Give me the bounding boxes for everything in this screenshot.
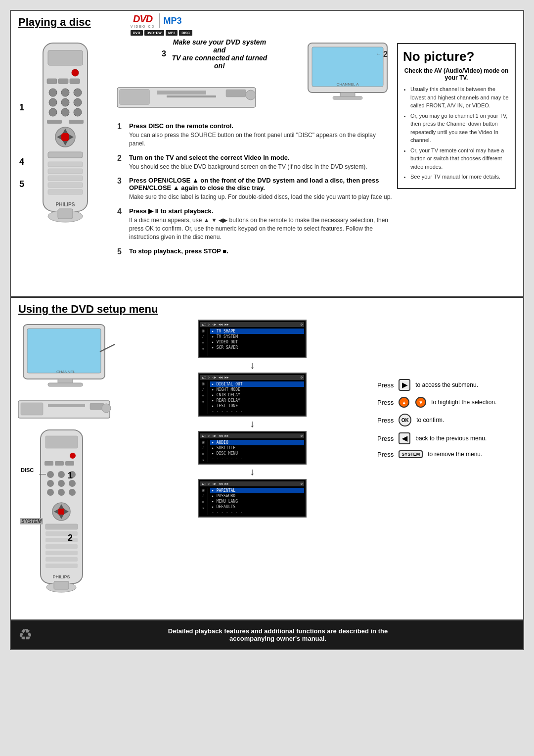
svg-rect-39: [312, 47, 383, 87]
press-row-4: Press ◀ back to the previous menu.: [377, 432, 516, 444]
svg-rect-53: [48, 404, 85, 407]
svg-rect-16: [69, 120, 84, 124]
svg-text:PHILIPS: PHILIPS: [56, 202, 75, 207]
step3-marker: 3: [162, 49, 166, 58]
press-text-5: to remove the menu.: [428, 451, 482, 458]
svg-rect-1: [48, 50, 83, 65]
svg-rect-23: [48, 152, 83, 158]
svg-rect-82: [45, 557, 78, 562]
no-picture-area: No picture? Check the AV (Audio/Video) m…: [397, 38, 516, 262]
menu-item-parental: ▸ PARENTAL: [210, 488, 304, 493]
press-row-5: Press SYSTEM to remove the menu.: [377, 450, 516, 458]
bottom-tv-illustration: CHANNEL: [18, 320, 132, 396]
ok-btn[interactable]: OK: [399, 414, 411, 426]
tv-illustration: CHANNEL A ← 2: [303, 38, 392, 104]
svg-rect-15: [47, 120, 62, 124]
marker-1: 1: [19, 102, 24, 113]
svg-point-12: [49, 108, 57, 116]
step3-body: Make sure the disc label is facing up. F…: [129, 193, 392, 201]
footer-line1: Detailed playback features and additiona…: [40, 627, 516, 635]
bottom-section: Using the DVD setup menu CHANNEL: [11, 298, 523, 619]
disc-label: DISC: [21, 467, 34, 473]
menu-screen-2: ▲□ ▷ ◁▶ ◀◀ ▶▶ ⚙ ▣♪≡★ ▸ DIGITAL OUT ▸ NIG…: [198, 373, 307, 417]
marker-5: 5: [19, 179, 24, 189]
system-btn[interactable]: SYSTEM: [399, 450, 423, 458]
svg-rect-57: [45, 436, 78, 448]
svg-text:←: ←: [376, 51, 381, 56]
svg-point-36: [246, 90, 256, 100]
step3-header: Press OPEN/CLOSE ▲ on the front of the D…: [129, 177, 392, 191]
menu-item-rear-delay: ▸ REAR DELAY: [210, 398, 304, 403]
menu-item-video-out: ▸ VIDEO OUT: [210, 339, 304, 345]
disc-type-disc: DISC: [179, 30, 192, 36]
disc-type-dvd: DVD: [131, 30, 143, 36]
step3: 3 Press OPEN/CLOSE ▲ on the front of the…: [117, 177, 392, 201]
menu-item-digital-out: ▸ DIGITAL OUT: [210, 381, 304, 387]
back-btn[interactable]: ◀: [399, 432, 410, 444]
svg-point-67: [69, 480, 76, 487]
menu-item-test-tone: ▸ TEST TONE: [210, 403, 304, 409]
arrow-down-1: ↓: [250, 360, 255, 371]
video-cd-logo: VIDEO CD: [131, 25, 155, 28]
menu-item-password: ▸ PASSWORD: [210, 493, 304, 499]
marker-4: 4: [19, 157, 24, 167]
menu-item-audio: ▸ AUDIO: [210, 440, 304, 445]
svg-point-9: [49, 98, 57, 106]
remote-svg: PHILIPS: [28, 38, 107, 236]
system-label: SYSTEM: [20, 518, 43, 524]
arrow-down-2: ↓: [250, 418, 255, 429]
svg-point-6: [49, 89, 57, 96]
menu-item-tv-shape: ▸ TV SHAPE: [210, 329, 304, 334]
svg-point-13: [61, 108, 69, 116]
svg-rect-33: [120, 90, 149, 104]
svg-point-66: [58, 480, 65, 487]
svg-point-63: [58, 471, 65, 478]
no-picture-title: No picture?: [403, 49, 510, 64]
no-picture-items: Usually this channel is between the lowe…: [403, 85, 510, 181]
footer-line2: accompanying owner's manual.: [40, 635, 516, 642]
bottom-remote-area: PHILIPS DISC — 1 SYSTEM 2: [18, 425, 132, 600]
press-text-2: to highlight the selection.: [431, 399, 496, 406]
disc-types-row: DVD DVD+RW MP3 DISC: [131, 30, 192, 36]
svg-point-18: [61, 133, 70, 142]
svg-rect-4: [58, 79, 68, 84]
press-list: Press ▶ to access the submenu. Press ▲ ▼…: [377, 379, 516, 458]
svg-rect-25: [48, 169, 83, 174]
disc-arrow: —: [39, 470, 46, 477]
press-text-3: to confirm.: [416, 417, 444, 424]
svg-rect-28: [48, 189, 83, 194]
press-row-3: Press OK to confirm.: [377, 414, 516, 426]
svg-rect-83: [45, 564, 78, 568]
up-btn[interactable]: ▲: [399, 397, 409, 408]
svg-text:CHANNEL A: CHANNEL A: [336, 82, 359, 87]
step5: 5 To stop playback, press STOP ■.: [117, 247, 392, 256]
svg-rect-24: [48, 162, 83, 167]
menu-screen-2-group: ▲□ ▷ ◁▶ ◀◀ ▶▶ ⚙ ▣♪≡★ ▸ DIGITAL OUT ▸ NIG…: [198, 373, 307, 417]
svg-rect-61: [65, 461, 74, 466]
step2-body: You should see the blue DVD background s…: [129, 163, 392, 171]
right-arrow-btn[interactable]: ▶: [399, 379, 410, 391]
svg-rect-59: [44, 461, 53, 466]
svg-point-65: [47, 480, 54, 487]
svg-rect-79: [45, 538, 78, 542]
menu-item-menu-lang: ▸ MENU LANG: [210, 499, 304, 504]
press-word-4: Press: [377, 435, 394, 442]
svg-text:PHILIPS: PHILIPS: [52, 574, 70, 579]
step1-header: Press DISC on the remote control.: [129, 122, 392, 130]
instructions-area: 3 Make sure your DVD system and TV are c…: [112, 38, 397, 262]
menu-item-scr-saver: ▸ SCR SAVER: [210, 345, 304, 350]
menu-item-defaults: ▸ DEFAULTS: [210, 504, 304, 510]
svg-rect-48: [48, 383, 83, 386]
menu-item-night-mode: ▸ NIGHT MODE: [210, 387, 304, 392]
svg-text:2: 2: [383, 50, 388, 58]
svg-point-2: [72, 69, 79, 76]
down-btn[interactable]: ▼: [415, 397, 426, 408]
svg-point-69: [58, 489, 65, 496]
svg-rect-34: [157, 91, 206, 94]
svg-point-7: [61, 89, 69, 96]
menu-screen-4-group: ▲□ ▷ ◁▶ ◀◀ ▶▶ ⚙ ▣♪≡★ ▸ PARENTAL ▸ PASSWO…: [198, 479, 307, 518]
svg-rect-37: [167, 95, 216, 97]
svg-point-72: [57, 508, 65, 516]
press-row-1: Press ▶ to access the submenu.: [377, 379, 516, 391]
using-dvd-setup-title: Using the DVD setup menu: [18, 303, 516, 316]
